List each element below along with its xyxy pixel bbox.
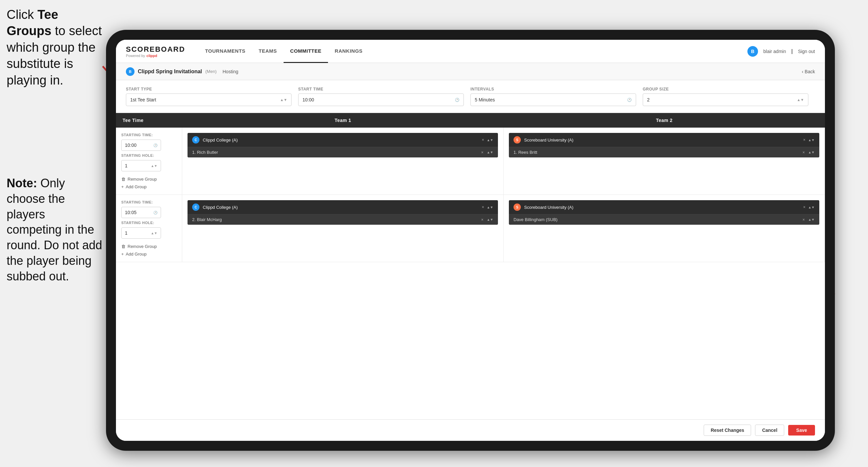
player2-chevron-1[interactable]: ▲▼ [808, 150, 815, 154]
remove-icon-1: 🗑 [121, 177, 126, 182]
nav-tournaments[interactable]: TOURNAMENTS [198, 40, 252, 63]
team2-logo-2: S [514, 204, 521, 211]
intervals-select[interactable]: 5 Minutes 🕐 [470, 93, 636, 106]
add-icon-2: + [121, 252, 124, 257]
schedule-row-1: STARTING TIME: 10:00 🕐 STARTING HOLE: 1 … [116, 127, 825, 195]
tablet-screen: SCOREBOARD Powered by clippd TOURNAMENTS… [116, 40, 825, 441]
team1-logo-2: C [192, 204, 199, 211]
start-settings: Start Type 1st Tee Start ▲▼ Start Time 1… [116, 80, 825, 113]
instruction-text: Click Tee Groups to select which group t… [7, 7, 103, 88]
remove-group-btn-2[interactable]: 🗑 Remove Group [121, 244, 177, 249]
team2-group-2[interactable]: S Scoreboard University (A) × ▲▼ Dave Bi… [509, 200, 819, 225]
team2-chevron-1[interactable]: ▲▼ [808, 138, 815, 142]
starting-time-label-2: STARTING TIME: [121, 200, 177, 204]
team2-controls-2: × ▲▼ [803, 205, 815, 209]
start-time-group: Start Time 10:00 🕐 [298, 87, 470, 106]
team1-player-1-2[interactable]: 2. Blair McHarg × ▲▼ [187, 214, 498, 225]
intervals-group: Intervals 5 Minutes 🕐 [470, 87, 643, 106]
group-size-value: 2 [647, 97, 650, 103]
player2-chevron-2[interactable]: ▲▼ [808, 218, 815, 222]
top-nav: SCOREBOARD Powered by clippd TOURNAMENTS… [116, 40, 825, 63]
add-group-btn-2[interactable]: + Add Group [121, 252, 177, 257]
start-type-label: Start Type [126, 87, 291, 91]
team1-chevron-2[interactable]: ▲▼ [487, 205, 493, 209]
col-team1: Team 1 [182, 113, 503, 127]
row-2-controls: STARTING TIME: 10:05 🕐 STARTING HOLE: 1 … [116, 195, 182, 262]
team1-controls-2: × ▲▼ [482, 205, 493, 209]
tournament-name: Clippd Spring Invitational [138, 68, 202, 75]
player1-remove-2[interactable]: × [481, 217, 483, 222]
start-time-icon: 🕐 [455, 98, 460, 102]
intervals-icon: 🕐 [627, 98, 632, 102]
team1-player-name-1-1: 1. Rich Butler [192, 150, 478, 155]
nav-teams[interactable]: TEAMS [252, 40, 284, 63]
cancel-button[interactable]: Cancel [755, 425, 784, 436]
team2-remove-1[interactable]: × [803, 138, 805, 142]
team2-group-1[interactable]: S Scoreboard University (A) × ▲▼ 1. Rees… [509, 133, 819, 157]
intervals-value: 5 Minutes [475, 97, 495, 103]
add-group-label-1: Add Group [126, 184, 147, 189]
team2-player-name-1-1: 1. Rees Britt [514, 150, 799, 155]
starting-time-input-1[interactable]: 10:00 🕐 [121, 140, 161, 151]
team1-logo-1: C [192, 136, 199, 144]
instruction-line1: Click [7, 8, 37, 22]
group-size-select[interactable]: 2 ▲▼ [643, 93, 808, 106]
save-button[interactable]: Save [788, 425, 815, 436]
group-size-label: Group Size [643, 87, 808, 91]
nav-rankings[interactable]: RANKINGS [328, 40, 369, 63]
starting-time-val-2: 10:05 [125, 210, 136, 215]
schedule-row-2: STARTING TIME: 10:05 🕐 STARTING HOLE: 1 … [116, 195, 825, 262]
start-time-select[interactable]: 10:00 🕐 [298, 93, 464, 106]
team2-chevron-2[interactable]: ▲▼ [808, 205, 815, 209]
group-size-chevron: ▲▼ [797, 98, 804, 102]
starting-time-input-2[interactable]: 10:05 🕐 [121, 207, 161, 218]
team2-remove-2[interactable]: × [803, 205, 805, 209]
starting-hole-input-2[interactable]: 1 ▲▼ [121, 227, 161, 239]
nav-committee[interactable]: COMMITTEE [284, 40, 328, 63]
starting-time-val-1: 10:00 [125, 143, 136, 148]
player2-remove-1[interactable]: × [802, 150, 805, 155]
team1-name-2: Clippd College (A) [203, 205, 478, 210]
start-type-select[interactable]: 1st Tee Start ▲▼ [126, 93, 291, 106]
starting-hole-label-2: STARTING HOLE: [121, 221, 177, 225]
team1-chevron-1[interactable]: ▲▼ [487, 138, 493, 142]
player1-chevron-2[interactable]: ▲▼ [487, 218, 493, 222]
team2-logo-1: S [514, 136, 521, 144]
player1-chevron-1[interactable]: ▲▼ [487, 150, 493, 154]
note-body: Only choose the players competing in the… [7, 176, 102, 283]
starting-time-label-1: STARTING TIME: [121, 133, 177, 137]
team2-player-1-2[interactable]: Dave Billingham (SUB) × ▲▼ [509, 214, 819, 225]
team1-player-1-1[interactable]: 1. Rich Butler × ▲▼ [187, 147, 498, 157]
team2-header-2: S Scoreboard University (A) × ▲▼ [509, 200, 819, 214]
starting-hole-input-1[interactable]: 1 ▲▼ [121, 160, 161, 171]
team2-name-1: Scoreboard University (A) [524, 138, 800, 143]
team1-group-2[interactable]: C Clippd College (A) × ▲▼ 2. Blair McHar… [187, 200, 498, 225]
sub-header: B Clippd Spring Invitational (Men) Hosti… [116, 63, 825, 80]
team2-cell-2: S Scoreboard University (A) × ▲▼ Dave Bi… [503, 195, 825, 262]
team2-player-1-1[interactable]: 1. Rees Britt × ▲▼ [509, 147, 819, 157]
team1-group-1[interactable]: C Clippd College (A) × ▲▼ 1. Rich Butler [187, 133, 498, 157]
team1-remove-2[interactable]: × [482, 205, 484, 209]
starting-hole-label-1: STARTING HOLE: [121, 153, 177, 157]
logo-clippd: clippd [147, 54, 157, 58]
reset-changes-button[interactable]: Reset Changes [704, 425, 751, 436]
team2-controls-1: × ▲▼ [803, 138, 815, 142]
time-icon-2: 🕐 [153, 211, 157, 214]
sign-out-link[interactable]: Sign out [798, 49, 815, 54]
team2-cell-1: S Scoreboard University (A) × ▲▼ 1. Rees… [503, 127, 825, 195]
player1-remove-1[interactable]: × [481, 150, 483, 155]
tournament-gender: (Men) [206, 69, 217, 74]
back-button[interactable]: ‹ Back [802, 69, 815, 74]
remove-group-btn-1[interactable]: 🗑 Remove Group [121, 177, 177, 182]
team1-name-1: Clippd College (A) [203, 138, 478, 143]
content-area: Start Type 1st Tee Start ▲▼ Start Time 1… [116, 80, 825, 419]
team1-remove-1[interactable]: × [482, 138, 484, 142]
team1-header-2: C Clippd College (A) × ▲▼ [187, 200, 498, 214]
team1-header-1: C Clippd College (A) × ▲▼ [187, 133, 498, 147]
remove-group-label-2: Remove Group [128, 244, 157, 249]
col-team2: Team 2 [503, 113, 825, 127]
start-type-chevron: ▲▼ [280, 98, 287, 102]
schedule-header: Tee Time Team 1 Team 2 [116, 113, 825, 127]
player2-remove-2[interactable]: × [802, 217, 805, 222]
add-group-btn-1[interactable]: + Add Group [121, 184, 177, 189]
